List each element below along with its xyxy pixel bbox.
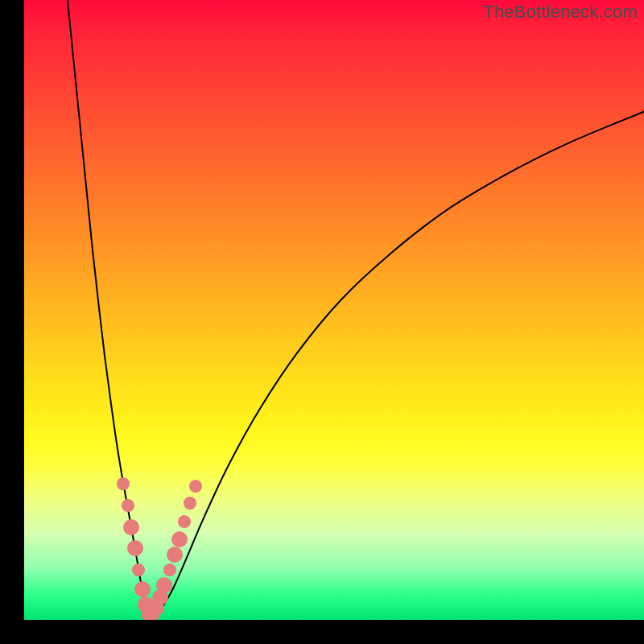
curve-marker	[127, 540, 143, 556]
curve-marker	[167, 547, 183, 563]
curve-marker	[117, 477, 130, 490]
plot-area	[24, 0, 644, 620]
curve-marker	[163, 564, 176, 576]
curve-marker	[171, 531, 188, 547]
curve-marker	[156, 577, 172, 593]
curve-marker	[122, 499, 134, 512]
curve-marker	[178, 515, 191, 528]
curve-marker	[123, 519, 139, 535]
chart-frame: TheBottleneck.com	[0, 0, 644, 644]
curve-marker	[132, 564, 145, 576]
curve-marker	[184, 497, 196, 510]
curve-marker	[134, 581, 151, 597]
watermark-text: TheBottleneck.com	[483, 2, 638, 23]
curve-markers	[24, 0, 644, 620]
curve-marker	[189, 480, 202, 493]
